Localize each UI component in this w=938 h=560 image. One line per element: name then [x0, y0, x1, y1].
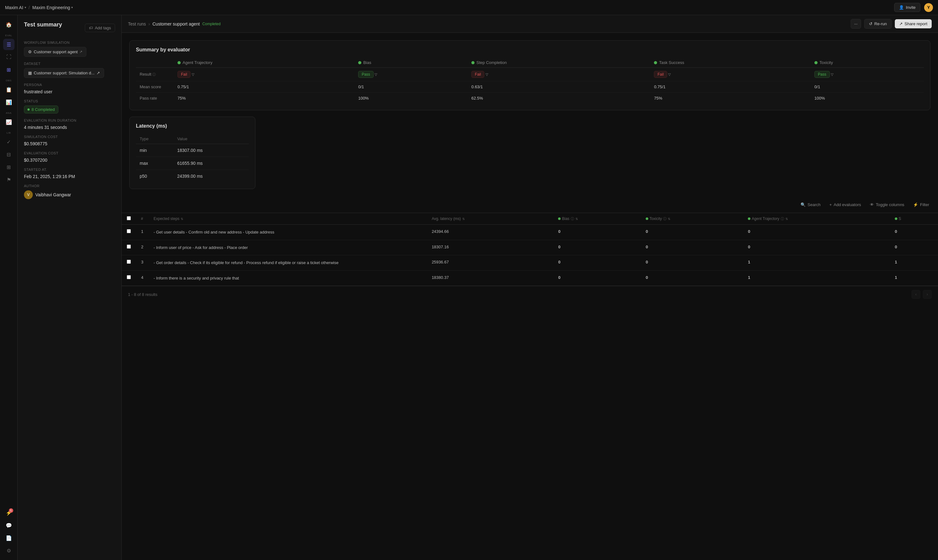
- th-bias: Bias ⓘ ⇅: [553, 213, 640, 225]
- table-row[interactable]: 2 - Inform user of price - Ask for addre…: [122, 240, 938, 255]
- workflow-icon: ⚙: [28, 49, 32, 54]
- filter-icon-0[interactable]: ▽: [192, 72, 194, 76]
- sidebar-evaluate-list[interactable]: ☰: [3, 39, 14, 50]
- eval-mean-score-row: Mean score0.75/10/10.63/10.75/10/1: [136, 81, 924, 93]
- bias-th-dot: [558, 217, 561, 220]
- sidebar-library-check[interactable]: ✓: [3, 136, 14, 148]
- brand-link[interactable]: Maxim AI ▾: [5, 5, 26, 10]
- row-steps-0: - Get user details - Confirm old and new…: [148, 225, 427, 240]
- sidebar-library-flag[interactable]: ⚑: [3, 174, 14, 185]
- agent-trajectory-dot: [177, 61, 181, 64]
- filter-button[interactable]: ⚡ Filter: [910, 200, 932, 209]
- row-latency-1: 18307.16: [427, 240, 553, 255]
- rerun-button[interactable]: ↺ Re-run: [864, 19, 892, 29]
- status-section-label: Status: [24, 99, 115, 103]
- row-bias-1: 0: [553, 240, 640, 255]
- toggle-columns-button[interactable]: 👁 Toggle columns: [867, 200, 907, 209]
- result-cell-1: Pass ▽: [354, 68, 468, 81]
- row-checkbox-0[interactable]: [127, 229, 131, 233]
- sidebar-evaluate-graph[interactable]: ⛶: [3, 51, 14, 63]
- select-all-checkbox[interactable]: [127, 216, 131, 220]
- row-checkbox-cell-2: [122, 255, 136, 271]
- results-table: # Expected steps ⇅ Avg. latency (ms): [122, 213, 938, 286]
- sidebar-observe-log[interactable]: 📋: [3, 84, 14, 95]
- th-toxicity: Toxicity ⓘ ⇅: [641, 213, 743, 225]
- row-toxicity-1: 0: [641, 240, 743, 255]
- workspace-link[interactable]: Maxim Engineering ▾: [32, 5, 73, 10]
- sidebar-library-stack[interactable]: ⊟: [3, 149, 14, 160]
- pagination-summary: 1 - 8 of 8 results: [128, 292, 157, 297]
- row-num-3: 4: [136, 271, 148, 286]
- row-checkbox-1[interactable]: [127, 245, 131, 249]
- row-extra-1: 0: [890, 240, 938, 255]
- th-extra: S: [890, 213, 938, 225]
- latency-type-col: Type: [136, 134, 173, 144]
- add-tags-button[interactable]: 🏷 Add tags: [85, 24, 115, 32]
- user-avatar[interactable]: Y: [924, 3, 933, 12]
- sidebar-chat[interactable]: 💬: [3, 520, 14, 531]
- row-extra-3: 1: [890, 271, 938, 286]
- sort-icon-bias[interactable]: ⇅: [575, 217, 578, 221]
- sidebar-observe-chart[interactable]: 📊: [3, 97, 14, 108]
- row-checkbox-3[interactable]: [127, 275, 131, 279]
- sidebar-lightning[interactable]: ⚡ 5: [3, 507, 14, 518]
- breadcrumb-actions: ··· ↺ Re-run ↗ Share report: [851, 19, 932, 29]
- sidebar-analyze-bar[interactable]: 📈: [3, 116, 14, 128]
- external-link-icon: ↗: [79, 50, 82, 54]
- workspace-chevron: ▾: [71, 6, 73, 9]
- sidebar-evaluate-test[interactable]: ⊞: [3, 64, 14, 75]
- content-body: Summary by evaluator Agent Trajectory: [122, 33, 938, 197]
- rerun-label: Re-run: [874, 22, 887, 26]
- col-bias: Bias: [354, 58, 468, 68]
- icon-sidebar: 🏠 EVAL ☰ ⛶ ⊞ OBS 📋 📊 ANA 📈 LIB ✓ ⊟ ⊞ ⚑ ⚡…: [0, 15, 18, 560]
- row-checkbox-cell-3: [122, 271, 136, 286]
- workspace-label: Maxim Engineering: [32, 5, 70, 10]
- sort-icon-expected[interactable]: ⇅: [181, 217, 183, 221]
- next-page-button[interactable]: ›: [923, 290, 932, 299]
- brand-chevron: ▾: [25, 6, 26, 9]
- filter-icon-2[interactable]: ▽: [485, 72, 488, 76]
- prev-page-button[interactable]: ‹: [912, 290, 920, 299]
- task-success-dot: [654, 61, 657, 64]
- sidebar-home[interactable]: 🏠: [3, 19, 14, 30]
- started-section-label: Started at.: [24, 168, 115, 171]
- filter-icon-3[interactable]: ▽: [668, 72, 671, 76]
- dataset-chip-button[interactable]: ▦ Customer support: Simulation d... ↗: [24, 68, 104, 78]
- invite-button[interactable]: 👤 Invite: [894, 3, 920, 12]
- table-row[interactable]: 4 - Inform there is a security and priva…: [122, 271, 938, 286]
- sidebar-document[interactable]: 📄: [3, 532, 14, 544]
- table-row[interactable]: 3 - Get order details - Check if its eli…: [122, 255, 938, 271]
- result-cell-3: Fail ▽: [650, 68, 811, 81]
- main-content: Summary by evaluator Agent Trajectory: [122, 33, 938, 560]
- row-num-1: 2: [136, 240, 148, 255]
- workflow-chip-button[interactable]: ⚙ Customer support agent ↗: [24, 47, 86, 57]
- started-value: Feb 21, 2025, 1:29:16 PM: [24, 174, 115, 179]
- panel-header: Test summary 🏷 Add tags: [24, 22, 115, 34]
- eval-result-row: Result ⓘFail ▽Pass ▽Fail ▽Fail ▽Pass ▽: [136, 68, 924, 81]
- row-checkbox-2[interactable]: [127, 260, 131, 264]
- toggle-icon: 👁: [870, 202, 874, 207]
- main-layout: 🏠 EVAL ☰ ⛶ ⊞ OBS 📋 📊 ANA 📈 LIB ✓ ⊟ ⊞ ⚑ ⚡…: [0, 15, 938, 560]
- share-report-button[interactable]: ↗ Share report: [895, 19, 932, 28]
- filter-icon-1[interactable]: ▽: [374, 72, 377, 76]
- result-label: Result ⓘ: [136, 68, 174, 81]
- left-panel: Test summary 🏷 Add tags Workflow simulat…: [18, 15, 122, 560]
- filter-icon-4[interactable]: ▽: [831, 72, 833, 76]
- breadcrumb-separator: ›: [148, 22, 150, 26]
- sort-icon-latency[interactable]: ⇅: [462, 217, 465, 221]
- sort-icon-toxicity[interactable]: ⇅: [668, 217, 670, 221]
- bias-info-icon: ⓘ: [571, 217, 574, 221]
- sidebar-settings[interactable]: ⚙: [3, 545, 14, 556]
- add-evaluators-button[interactable]: + Add evaluators: [827, 200, 863, 209]
- sidebar-library-list[interactable]: ⊞: [3, 162, 14, 173]
- more-options-button[interactable]: ···: [851, 19, 861, 29]
- results-table-container: # Expected steps ⇅ Avg. latency (ms): [122, 213, 938, 286]
- latency-table: Type Value min18307.00 msmax61655.90 msp…: [136, 134, 249, 183]
- table-row[interactable]: 1 - Get user details - Confirm old and n…: [122, 225, 938, 240]
- row-num-2: 3: [136, 255, 148, 271]
- sort-icon-agent-traj[interactable]: ⇅: [786, 217, 788, 221]
- extra-th-dot: [895, 217, 897, 220]
- row-agent-traj-3: 1: [743, 271, 890, 286]
- search-button[interactable]: 🔍 Search: [798, 200, 823, 209]
- breadcrumb-parent[interactable]: Test runs: [128, 22, 146, 26]
